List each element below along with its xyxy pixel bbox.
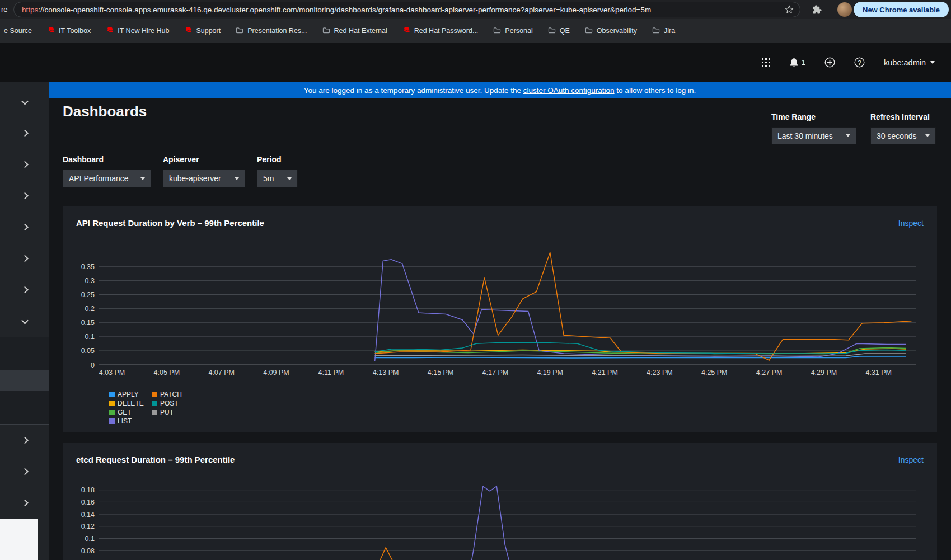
profile-avatar[interactable] xyxy=(837,2,852,17)
bookmark-label: Support xyxy=(196,27,221,35)
legend-item[interactable]: POST xyxy=(152,399,182,408)
chevron-right-icon xyxy=(21,468,29,476)
legend-item[interactable]: GET xyxy=(109,408,152,417)
x-tick-label: 4:07 PM xyxy=(208,369,235,377)
redhat-icon xyxy=(106,27,114,35)
filter-value: 5m xyxy=(263,174,274,183)
bookmark-item[interactable]: QE xyxy=(548,27,570,35)
legend-item[interactable]: PUT xyxy=(152,408,182,417)
legend-item[interactable]: DELETE xyxy=(109,399,152,408)
bookmark-item[interactable]: Observability xyxy=(585,27,637,35)
x-tick-label: 4:03 PM xyxy=(99,369,125,377)
bookmark-item[interactable]: Personal xyxy=(493,27,532,35)
x-tick-label: 4:25 PM xyxy=(701,369,728,377)
browser-toolbar: re https://console-openshift-console.app… xyxy=(0,0,951,19)
bookmark-label: Red Hat External xyxy=(334,27,387,35)
series-line xyxy=(367,548,906,560)
nav-item[interactable] xyxy=(0,274,49,305)
legend-label: DELETE xyxy=(118,399,144,407)
username: kube:admin xyxy=(884,58,926,67)
y-tick-label: 0 xyxy=(91,361,95,369)
redhat-icon xyxy=(402,27,410,35)
bookmarks-bar: e SourceIT ToolboxIT New Hire HubSupport… xyxy=(0,19,951,43)
bookmark-item[interactable]: Jira xyxy=(652,27,675,35)
bookmark-item[interactable]: Red Hat External xyxy=(322,27,387,35)
user-menu[interactable]: kube:admin xyxy=(884,58,935,67)
notifications-bell-icon[interactable]: 1 xyxy=(789,58,805,68)
masthead-icon-group: 1 ? kube:admin xyxy=(762,43,935,82)
bookmark-star-icon[interactable] xyxy=(784,4,794,15)
chevron-right-icon xyxy=(21,130,29,137)
y-tick-label: 0.12 xyxy=(81,523,95,530)
x-tick-label: 4:15 PM xyxy=(428,369,454,377)
extensions-icon[interactable] xyxy=(812,4,822,17)
nav-item[interactable] xyxy=(0,305,49,337)
app-masthead: 1 ? kube:admin xyxy=(0,43,951,82)
bookmark-label: Observability xyxy=(597,27,637,35)
help-icon[interactable]: ? xyxy=(854,57,865,68)
refresh-interval-label: Refresh Interval xyxy=(870,112,930,121)
folder-icon xyxy=(322,27,330,35)
y-tick-label: 0.16 xyxy=(81,498,95,506)
bookmark-item[interactable]: Presentation Res... xyxy=(236,27,307,35)
series-APPLY xyxy=(375,356,906,358)
nav-item[interactable] xyxy=(0,180,49,211)
bookmark-item[interactable]: Support xyxy=(184,27,221,35)
nav-item[interactable] xyxy=(0,86,49,117)
bookmark-item[interactable]: IT Toolbox xyxy=(47,27,91,35)
address-bar[interactable]: https://console-openshift-console.apps.e… xyxy=(13,2,800,17)
y-tick-label: 0.08 xyxy=(81,547,95,555)
bookmark-item[interactable]: Red Hat Password... xyxy=(402,27,479,35)
nav-item[interactable] xyxy=(0,391,49,425)
y-tick-label: 0.05 xyxy=(81,347,95,355)
nav-item[interactable] xyxy=(0,487,49,519)
app-launcher-icon[interactable] xyxy=(762,58,770,67)
refresh-interval-value: 30 seconds xyxy=(877,131,917,140)
legend-label: APPLY xyxy=(118,390,139,398)
bookmark-item[interactable]: e Source xyxy=(0,27,32,35)
chevron-down-icon xyxy=(21,317,29,324)
chart-legend: APPLYDELETEGETLISTPATCHPOSTPUT xyxy=(109,390,182,426)
oauth-config-link[interactable]: cluster OAuth configuration xyxy=(523,86,615,95)
toolbar-divider xyxy=(831,4,831,15)
y-tick-label: 0.2 xyxy=(85,305,95,313)
nav-item[interactable] xyxy=(0,456,49,487)
nav-item[interactable] xyxy=(0,149,49,180)
add-icon[interactable] xyxy=(824,57,835,68)
inspect-link[interactable]: Inspect xyxy=(898,455,924,464)
bookmark-label: Presentation Res... xyxy=(247,27,307,35)
nav-item[interactable] xyxy=(0,337,49,370)
time-range-label: Time Range xyxy=(771,112,816,121)
legend-swatch xyxy=(109,401,115,406)
nav-item[interactable] xyxy=(0,211,49,243)
refresh-interval-select[interactable]: 30 seconds xyxy=(870,127,936,144)
nav-item[interactable] xyxy=(0,117,49,149)
nav-item[interactable] xyxy=(0,370,49,391)
chevron-right-icon xyxy=(21,224,29,231)
filter-label: Apiserver xyxy=(163,155,245,164)
legend-item[interactable]: PATCH xyxy=(152,390,182,399)
filter-select-dashboard[interactable]: API Performance xyxy=(63,170,151,187)
y-tick-label: 0.1 xyxy=(85,535,95,543)
chevron-right-icon xyxy=(21,192,29,200)
legend-swatch xyxy=(152,401,157,406)
nav-item[interactable] xyxy=(0,243,49,274)
folder-icon xyxy=(548,27,556,35)
filter-select-apiserver[interactable]: kube-apiserver xyxy=(163,170,245,187)
inspect-link[interactable]: Inspect xyxy=(898,219,924,228)
chevron-down-icon xyxy=(925,134,930,137)
filter-value: API Performance xyxy=(69,174,129,183)
filter-select-period[interactable]: 5m xyxy=(257,170,298,187)
time-range-select[interactable]: Last 30 minutes xyxy=(771,127,856,144)
bookmark-label: IT New Hire Hub xyxy=(118,27,169,35)
legend-swatch xyxy=(152,410,157,415)
legend-item[interactable]: APPLY xyxy=(109,390,152,399)
bookmark-item[interactable]: IT New Hire Hub xyxy=(106,27,169,35)
new-chrome-button[interactable]: New Chrome available xyxy=(854,2,949,17)
legend-item[interactable]: LIST xyxy=(109,417,152,426)
login-banner: You are logged in as a temporary adminis… xyxy=(49,82,951,98)
filter-label: Period xyxy=(257,155,298,164)
filter-value: kube-apiserver xyxy=(169,174,221,183)
panel-etcd-request-duration: etcd Request Duration – 99th Percentile … xyxy=(63,443,937,560)
nav-item[interactable] xyxy=(0,425,49,456)
